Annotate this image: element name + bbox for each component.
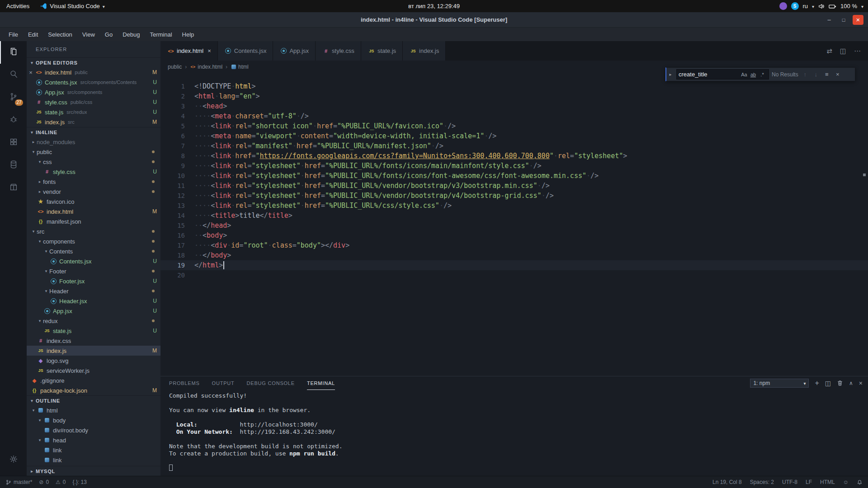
outline-item-div#root.body[interactable]: div#root.body bbox=[27, 425, 160, 435]
code-line[interactable]: 19</html> bbox=[160, 260, 868, 270]
tree-item-footer[interactable]: ▾Footer bbox=[27, 266, 160, 276]
maximize-button[interactable] bbox=[838, 15, 849, 25]
tree-item-contents[interactable]: ▾Contents bbox=[27, 246, 160, 256]
section-open-editors[interactable]: ▾ OPEN EDITORS bbox=[27, 57, 160, 67]
terminal-select[interactable]: 1: npm bbox=[750, 379, 809, 388]
code-line[interactable]: 14····<title>title</title> bbox=[160, 211, 868, 221]
code-line[interactable]: 8····<link·href="https://fonts.googleapi… bbox=[160, 151, 868, 161]
tree-item-contents.jsx[interactable]: Contents.jsxU bbox=[27, 256, 160, 266]
status-eol[interactable]: LF bbox=[806, 479, 812, 485]
status-notifications[interactable] bbox=[857, 479, 863, 485]
status-language-mode[interactable]: HTML bbox=[820, 479, 835, 485]
outline-item-head[interactable]: ▾head bbox=[27, 435, 160, 445]
tree-item-fonts[interactable]: ▸fonts bbox=[27, 177, 160, 187]
open-editor-item[interactable]: JSstate.jssrc/reduxU bbox=[27, 107, 160, 117]
code-line[interactable]: 12····<link·rel="stylesheet"·href="%PUBL… bbox=[160, 191, 868, 201]
breadcrumb-item[interactable]: public bbox=[168, 64, 182, 70]
split-terminal-icon[interactable] bbox=[825, 380, 831, 387]
tree-item-node_modules[interactable]: ▸node_modules bbox=[27, 137, 160, 147]
menu-file[interactable]: File bbox=[4, 28, 23, 41]
next-match-icon[interactable] bbox=[812, 71, 820, 78]
keyboard-layout-indicator[interactable]: ru bbox=[803, 3, 808, 9]
volume-icon[interactable] bbox=[818, 3, 825, 9]
tab-style.css[interactable]: #style.css bbox=[316, 41, 361, 61]
breadcrumb-item[interactable]: html bbox=[231, 63, 249, 70]
tab-App.jsx[interactable]: App.jsx bbox=[273, 41, 316, 61]
menu-selection[interactable]: Selection bbox=[43, 28, 77, 41]
status-encoding[interactable]: UTF-8 bbox=[782, 479, 797, 485]
maximize-panel-icon[interactable] bbox=[849, 380, 853, 386]
activity-package[interactable] bbox=[0, 177, 27, 199]
code-line[interactable]: 3··<head> bbox=[160, 101, 868, 111]
menu-terminal[interactable]: Terminal bbox=[145, 28, 177, 41]
tree-item-logo.svg[interactable]: ◈logo.svg bbox=[27, 356, 160, 366]
status-cursor-position[interactable]: Ln 19, Col 8 bbox=[712, 479, 742, 485]
tab-index.html[interactable]: <>index.html× bbox=[160, 41, 218, 61]
open-editor-item[interactable]: ×<>index.htmlpublicM bbox=[27, 67, 160, 77]
tree-item-header.jsx[interactable]: Header.jsxU bbox=[27, 296, 160, 306]
tree-item-index.html[interactable]: <>index.htmlM bbox=[27, 206, 160, 216]
section-outline[interactable]: ▾ OUTLINE bbox=[27, 395, 160, 405]
section-mysql[interactable]: ▸ MYSQL bbox=[27, 466, 160, 476]
editor-pane[interactable]: 1<!DOCTYPE·html>2<html·lang="en">3··<hea… bbox=[160, 73, 868, 376]
whole-word-icon[interactable] bbox=[749, 72, 758, 77]
tree-item-src[interactable]: ▾src bbox=[27, 226, 160, 236]
tree-item-redux[interactable]: ▾redux bbox=[27, 316, 160, 326]
outline-item-html[interactable]: ▾html bbox=[27, 405, 160, 415]
tree-item-css[interactable]: ▾css bbox=[27, 157, 160, 167]
code-line[interactable]: 7····<link·rel="manifest"·href="%PUBLIC_… bbox=[160, 141, 868, 151]
activity-settings[interactable] bbox=[0, 449, 27, 471]
close-find-icon[interactable] bbox=[834, 71, 842, 78]
activity-extensions[interactable] bbox=[0, 131, 27, 154]
open-editor-item[interactable]: JSindex.jssrcM bbox=[27, 117, 160, 127]
app-window-menu[interactable]: Visual Studio Code bbox=[36, 0, 109, 12]
tree-item-index.css[interactable]: #index.css bbox=[27, 336, 160, 346]
terminal-content[interactable]: Compiled successfully! You can now view … bbox=[160, 390, 868, 476]
status-feedback[interactable]: ☺ bbox=[843, 479, 849, 485]
menu-go[interactable]: Go bbox=[100, 28, 118, 41]
code-line[interactable]: 4····<meta·charset="utf-8"·/> bbox=[160, 111, 868, 121]
tree-item-manifest.json[interactable]: {}manifest.json bbox=[27, 216, 160, 226]
minimize-button[interactable] bbox=[824, 15, 835, 25]
panel-tab-debug-console[interactable]: DEBUG CONSOLE bbox=[247, 376, 295, 390]
regex-icon[interactable] bbox=[758, 72, 767, 77]
code-line[interactable]: 13····<link·rel="stylesheet"·href="%PUBL… bbox=[160, 201, 868, 211]
status-errors[interactable]: ⊘0 bbox=[39, 479, 49, 485]
panel-tab-output[interactable]: OUTPUT bbox=[212, 376, 235, 390]
new-terminal-icon[interactable] bbox=[815, 379, 819, 387]
open-editor-item[interactable]: #style.csspublic/cssU bbox=[27, 97, 160, 107]
clock[interactable]: вт лип 23, 12:29:49 bbox=[408, 3, 460, 9]
activities-button[interactable]: Activities bbox=[0, 0, 36, 12]
tree-item-favicon.ico[interactable]: ★favicon.ico bbox=[27, 197, 160, 206]
code-line[interactable]: 16··<body> bbox=[160, 230, 868, 240]
more-actions-icon[interactable] bbox=[854, 47, 861, 55]
tree-item-style.css[interactable]: #style.cssU bbox=[27, 167, 160, 177]
tree-item-public[interactable]: ▾public bbox=[27, 147, 160, 157]
outline-item-link[interactable]: link bbox=[27, 445, 160, 455]
tree-item-index.js[interactable]: JSindex.jsM bbox=[27, 346, 160, 356]
menu-debug[interactable]: Debug bbox=[118, 28, 145, 41]
code-line[interactable]: 17····<div·id="root"·class="body"></div> bbox=[160, 240, 868, 250]
tree-item-package-lock.json[interactable]: {}package-lock.jsonM bbox=[27, 385, 160, 395]
code-line[interactable]: 2<html·lang="en"> bbox=[160, 91, 868, 101]
menu-edit[interactable]: Edit bbox=[23, 28, 43, 41]
outline-item-body[interactable]: ▾body bbox=[27, 415, 160, 425]
match-case-icon[interactable] bbox=[740, 72, 749, 77]
tree-item-state.js[interactable]: JSstate.jsU bbox=[27, 326, 160, 336]
split-editor-icon[interactable] bbox=[840, 47, 846, 55]
status-indentation[interactable]: Spaces: 2 bbox=[750, 479, 774, 485]
kill-terminal-icon[interactable] bbox=[837, 380, 843, 386]
section-project[interactable]: ▾ IN4LINE bbox=[27, 127, 160, 137]
status-warnings[interactable]: ⚠0 bbox=[56, 479, 66, 485]
tree-item-.gitignore[interactable]: ◆.gitignore bbox=[27, 375, 160, 385]
tree-item-header[interactable]: ▾Header bbox=[27, 286, 160, 296]
breadcrumb-item[interactable]: <>index.html bbox=[190, 63, 222, 70]
tab-Contents.jsx[interactable]: Contents.jsx bbox=[218, 41, 274, 61]
previous-match-icon[interactable] bbox=[801, 71, 809, 78]
tree-item-serviceworker.js[interactable]: JSserviceWorker.js bbox=[27, 366, 160, 375]
code-line[interactable]: 18··</body> bbox=[160, 250, 868, 260]
tray-app-icon[interactable] bbox=[779, 2, 787, 10]
toggle-replace-icon[interactable] bbox=[667, 72, 674, 77]
activity-database[interactable] bbox=[0, 154, 27, 177]
tab-index.js[interactable]: JSindex.js bbox=[403, 41, 446, 61]
